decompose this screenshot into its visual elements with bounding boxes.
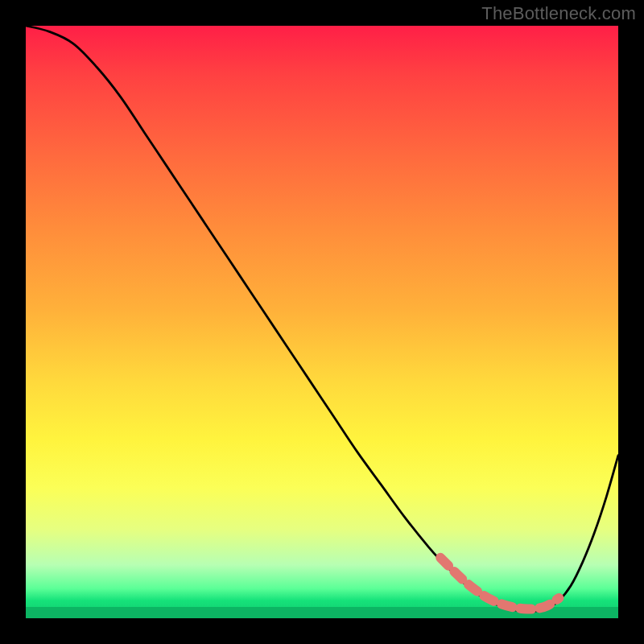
bottleneck-curve <box>26 26 618 612</box>
watermark-text: TheBottleneck.com <box>481 3 636 24</box>
chart-frame: TheBottleneck.com <box>0 0 644 644</box>
optimal-band-marker <box>440 558 559 609</box>
plot-area <box>26 26 618 618</box>
chart-svg <box>26 26 618 618</box>
